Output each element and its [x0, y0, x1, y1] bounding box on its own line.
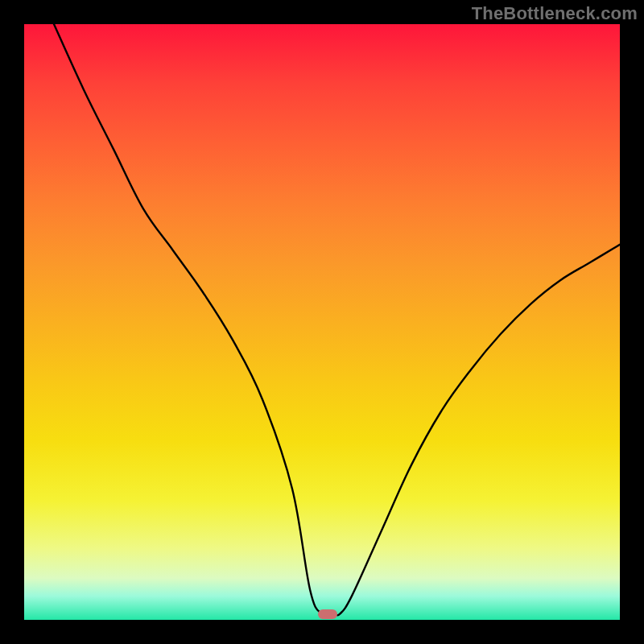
watermark-text: TheBottleneck.com	[472, 3, 638, 24]
bottleneck-curve	[54, 24, 620, 616]
chart-frame: TheBottleneck.com	[0, 0, 644, 644]
curve-svg	[24, 24, 620, 620]
plot-area	[24, 24, 620, 620]
optimum-marker	[318, 609, 337, 619]
